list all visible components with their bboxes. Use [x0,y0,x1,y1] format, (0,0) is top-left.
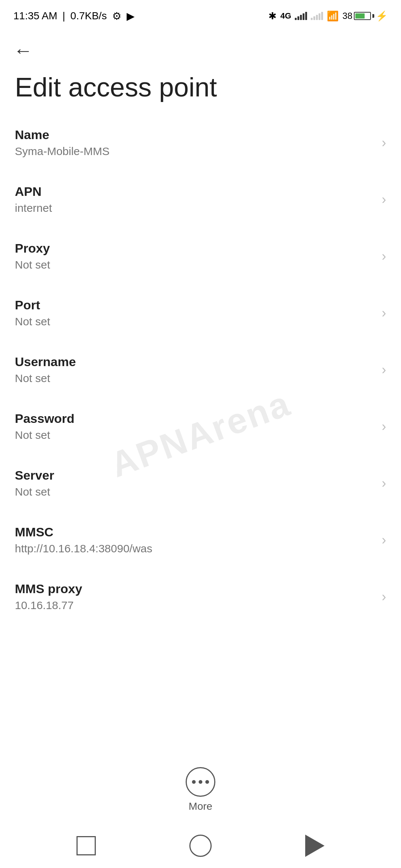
settings-item-mmsc-value: http://10.16.18.4:38090/was [15,542,374,555]
nav-home-icon [189,835,212,857]
settings-item-port-title: Port [15,298,374,312]
content-wrapper: ← Edit access point Name Syma-Mobile-MMS… [0,30,401,823]
settings-item-username-title: Username [15,355,374,369]
network-4g-icon: 4G [280,11,291,21]
nav-back-button[interactable] [298,827,332,864]
settings-item-mms-proxy-content: MMS proxy 10.16.18.77 [15,582,374,612]
settings-item-name-title: Name [15,128,374,142]
bluetooth-icon: ✱ [268,10,277,22]
more-dots-icon [192,780,209,784]
settings-item-server-value: Not set [15,486,374,498]
battery-indicator: 38 ⚡ [342,10,388,22]
more-dot-3 [205,780,209,784]
back-button[interactable]: ← [0,30,401,64]
settings-item-mmsc-title: MMSC [15,525,374,539]
settings-list: Name Syma-Mobile-MMS › APN internet › Pr… [0,114,401,756]
settings-item-proxy-value: Not set [15,259,374,271]
settings-item-port[interactable]: Port Not set › [0,285,401,341]
nav-recents-icon [76,836,96,855]
settings-item-port-value: Not set [15,315,374,328]
wifi-icon: 📶 [327,10,339,22]
settings-item-apn[interactable]: APN internet › [0,171,401,228]
back-arrow-icon: ← [13,40,33,61]
chevron-password-icon: › [382,419,386,434]
settings-item-username-value: Not set [15,372,374,385]
settings-icon: ⚙ [112,10,121,22]
signal-bars-1 [295,12,307,20]
settings-item-server-content: Server Not set [15,468,374,498]
settings-item-server[interactable]: Server Not set › [0,455,401,512]
battery-percent: 38 [342,11,352,21]
status-bar: 11:35 AM | 0.7KB/s ⚙ ▶ ✱ 4G 📶 38 [0,0,401,30]
status-time-speed: 11:35 AM | 0.7KB/s ⚙ ▶ [13,10,135,22]
settings-item-name-content: Name Syma-Mobile-MMS [15,128,374,158]
more-label: More [189,800,212,812]
camera-icon: ▶ [127,10,135,22]
settings-item-proxy-title: Proxy [15,241,374,256]
chevron-port-icon: › [382,305,386,321]
nav-recents-button[interactable] [69,829,103,863]
more-dot-2 [199,780,202,784]
chevron-server-icon: › [382,476,386,491]
settings-item-name-value: Syma-Mobile-MMS [15,145,374,158]
settings-item-proxy-content: Proxy Not set [15,241,374,271]
settings-item-name[interactable]: Name Syma-Mobile-MMS › [0,114,401,171]
settings-item-mms-proxy-title: MMS proxy [15,582,374,596]
more-button[interactable]: More [0,756,401,823]
settings-item-password-title: Password [15,411,374,426]
settings-item-apn-title: APN [15,184,374,199]
settings-item-mmsc-content: MMSC http://10.16.18.4:38090/was [15,525,374,555]
navigation-bar [0,823,401,868]
settings-item-password[interactable]: Password Not set › [0,398,401,455]
nav-home-button[interactable] [182,827,219,864]
page-title: Edit access point [0,64,401,114]
chevron-mms-proxy-icon: › [382,589,386,605]
status-speed: 0.7KB/s [71,10,107,22]
signal-bars-2 [311,12,323,20]
settings-item-proxy[interactable]: Proxy Not set › [0,228,401,285]
chevron-proxy-icon: › [382,249,386,264]
settings-item-password-value: Not set [15,429,374,441]
more-circle-icon [186,767,215,797]
settings-item-server-title: Server [15,468,374,483]
settings-item-apn-value: internet [15,202,374,214]
chevron-mmsc-icon: › [382,532,386,548]
settings-item-mms-proxy-value: 10.16.18.77 [15,599,374,612]
charging-icon: ⚡ [376,10,388,22]
settings-item-port-content: Port Not set [15,298,374,328]
chevron-name-icon: › [382,135,386,151]
chevron-apn-icon: › [382,192,386,207]
chevron-username-icon: › [382,362,386,378]
settings-item-mmsc[interactable]: MMSC http://10.16.18.4:38090/was › [0,512,401,568]
status-icons-right: ✱ 4G 📶 38 ⚡ [268,10,388,22]
nav-back-icon [305,835,325,857]
settings-item-username[interactable]: Username Not set › [0,341,401,398]
settings-item-mms-proxy[interactable]: MMS proxy 10.16.18.77 › [0,568,401,625]
more-dot-1 [192,780,196,784]
settings-item-password-content: Password Not set [15,411,374,441]
settings-item-username-content: Username Not set [15,355,374,385]
status-time: 11:35 AM [13,10,57,22]
status-separator: | [62,10,65,22]
settings-item-apn-content: APN internet [15,184,374,214]
